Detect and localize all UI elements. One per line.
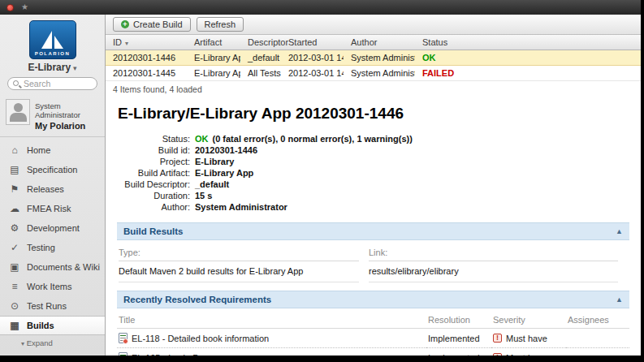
requirement-assignees bbox=[566, 348, 629, 356]
sidebar: POLARION E-Library▾ System Administrator… bbox=[0, 15, 106, 356]
requirements-table-header: Title Resolution Severity Assignees bbox=[117, 312, 629, 329]
column-header-artifact[interactable]: Artifact bbox=[187, 35, 240, 50]
plus-icon: + bbox=[121, 20, 129, 28]
window-close-button[interactable] bbox=[6, 4, 14, 11]
requirement-icon bbox=[119, 333, 128, 343]
requirement-severity: Must have bbox=[493, 353, 563, 356]
requirement-row: EL-105 - Login Page. Implemented Must ha… bbox=[117, 348, 629, 356]
build-descriptor: All Tests bbox=[240, 66, 281, 81]
field-author: Author: System Administrator bbox=[117, 201, 629, 213]
polarion-sail-icon bbox=[37, 29, 69, 50]
polarion-logo-text: POLARION bbox=[35, 51, 71, 56]
build-status: OK bbox=[415, 50, 641, 66]
build-summary-fields: Status: OK (0 fatal error(s), 0 normal e… bbox=[117, 133, 629, 213]
builds-toolbar: + Create Build Refresh bbox=[106, 15, 641, 35]
sidebar-item-builds[interactable]: ▦Builds bbox=[0, 316, 105, 335]
sidebar-item-fmea-risk[interactable]: ☁FMEA Risk bbox=[0, 199, 105, 218]
specification-icon: ▤ bbox=[9, 164, 20, 175]
link-column-header: Link: bbox=[369, 246, 618, 261]
user-block[interactable]: System Administrator My Polarion bbox=[0, 95, 105, 137]
build-results-body: Type: Default Maven 2 build results for … bbox=[117, 240, 629, 282]
requirements-table: Title Resolution Severity Assignees EL-1… bbox=[117, 312, 629, 356]
field-build-id: Build id: 20120301-1446 bbox=[117, 144, 629, 156]
avatar bbox=[6, 99, 30, 125]
req-column-resolution: Resolution bbox=[426, 312, 491, 329]
sidebar-item-testing[interactable]: ✓Testing bbox=[0, 238, 105, 257]
sidebar-item-test-runs[interactable]: ⊙Test Runs bbox=[0, 296, 105, 316]
column-header-descriptor[interactable]: Descriptor bbox=[240, 35, 281, 50]
builds-table: ID▾ Artifact Descriptor Started Author S… bbox=[106, 35, 641, 81]
user-name: System Administrator bbox=[35, 101, 99, 119]
releases-icon: ⚑ bbox=[9, 183, 20, 195]
column-header-author[interactable]: Author bbox=[344, 35, 415, 50]
field-status: Status: OK (0 fatal error(s), 0 normal e… bbox=[117, 133, 629, 144]
build-author: System Administrator bbox=[344, 66, 415, 81]
build-id: 20120301-1445 bbox=[106, 66, 187, 81]
build-row-selected[interactable]: 20120301-1446 E-Library App _default 201… bbox=[106, 50, 641, 66]
build-result-link[interactable]: results/elibrary/elibrary bbox=[369, 261, 618, 282]
main-panel: + Create Build Refresh ID▾ Artifact Desc… bbox=[106, 15, 641, 356]
build-descriptor: _default bbox=[240, 50, 281, 66]
must-have-icon bbox=[493, 353, 502, 356]
column-header-started[interactable]: Started bbox=[281, 35, 344, 50]
work-items-icon: ≡ bbox=[9, 281, 20, 292]
fmea-risk-icon: ☁ bbox=[9, 203, 20, 214]
sidebar-item-home[interactable]: ⌂Home bbox=[0, 140, 105, 160]
sidebar-item-releases[interactable]: ⚑Releases bbox=[0, 179, 105, 199]
build-artifact: E-Library App bbox=[187, 50, 240, 66]
req-column-severity: Severity bbox=[491, 312, 566, 329]
test-runs-icon: ⊙ bbox=[9, 300, 20, 312]
sidebar-item-development[interactable]: ⚙Development bbox=[0, 218, 105, 238]
build-status: FAILED bbox=[415, 66, 641, 81]
column-header-id[interactable]: ID▾ bbox=[106, 35, 187, 50]
documents-wiki-icon: ▣ bbox=[9, 261, 20, 273]
collapse-icon[interactable]: ▲ bbox=[616, 227, 623, 235]
app-window: ★ POLARION E-Library▾ System bbox=[0, 0, 641, 356]
field-build-descriptor: Build Descriptor: _default bbox=[117, 179, 629, 190]
req-column-title: Title bbox=[117, 312, 426, 329]
home-icon: ⌂ bbox=[9, 144, 20, 156]
must-have-icon bbox=[493, 334, 502, 343]
req-column-assignees: Assignees bbox=[566, 312, 629, 329]
sidebar-item-work-items[interactable]: ≡Work Items bbox=[0, 277, 105, 296]
search-box bbox=[7, 77, 97, 90]
builds-icon: ▦ bbox=[9, 320, 20, 331]
requirement-severity: Must have bbox=[493, 334, 563, 343]
builds-table-header: ID▾ Artifact Descriptor Started Author S… bbox=[106, 35, 641, 50]
field-duration: Duration: 15 s bbox=[117, 190, 629, 201]
chevron-down-icon: ▾ bbox=[73, 64, 77, 72]
testing-icon: ✓ bbox=[9, 242, 20, 253]
column-header-status[interactable]: Status bbox=[415, 35, 641, 50]
type-column-header: Type: bbox=[119, 246, 359, 261]
requirement-link[interactable]: EL-105 - Login Page. bbox=[119, 352, 423, 356]
section-header-requirements[interactable]: Recently Resolved Requirements ▲ bbox=[117, 291, 629, 308]
requirement-row: EL-118 - Detailed book information Imple… bbox=[117, 329, 629, 348]
star-icon[interactable]: ★ bbox=[21, 3, 28, 11]
sidebar-nav: ⌂Home ▤Specification ⚑Releases ☁FMEA Ris… bbox=[0, 140, 105, 335]
field-build-artifact: Build Artifact: E-Library App bbox=[117, 167, 629, 179]
build-artifact: E-Library App bbox=[187, 66, 240, 81]
refresh-button[interactable]: Refresh bbox=[197, 17, 244, 32]
sidebar-item-specification[interactable]: ▤Specification bbox=[0, 160, 105, 179]
requirement-resolution: Implemented bbox=[426, 329, 491, 348]
build-row[interactable]: 20120301-1445 E-Library App All Tests 20… bbox=[106, 66, 641, 81]
create-build-button[interactable]: + Create Build bbox=[113, 17, 191, 32]
field-project: Project: E-Library bbox=[117, 156, 629, 167]
search-icon bbox=[13, 80, 19, 86]
build-author: System Administrator bbox=[344, 50, 415, 66]
requirement-resolution: Implemented bbox=[426, 348, 491, 356]
build-id: 20120301-1446 bbox=[106, 50, 187, 66]
window-titlebar: ★ bbox=[0, 0, 641, 15]
sidebar-item-documents-wiki[interactable]: ▣Documents & Wiki bbox=[0, 257, 105, 277]
requirement-link[interactable]: EL-118 - Detailed book information bbox=[119, 333, 423, 343]
expand-toggle[interactable]: ▾ Expand bbox=[0, 335, 105, 347]
build-result-type: Default Maven 2 build results for E-Libr… bbox=[119, 261, 359, 282]
sort-desc-icon: ▾ bbox=[125, 40, 128, 47]
requirement-icon bbox=[119, 352, 128, 356]
section-header-build-results[interactable]: Build Results ▲ bbox=[117, 222, 629, 240]
page-title: E-Library/E-Library App 20120301-1446 bbox=[118, 105, 629, 123]
build-started: 2012-03-01 14:46 bbox=[281, 50, 344, 66]
project-selector[interactable]: E-Library▾ bbox=[0, 62, 105, 73]
collapse-icon[interactable]: ▲ bbox=[616, 295, 623, 304]
my-polarion-link[interactable]: My Polarion bbox=[35, 121, 99, 131]
